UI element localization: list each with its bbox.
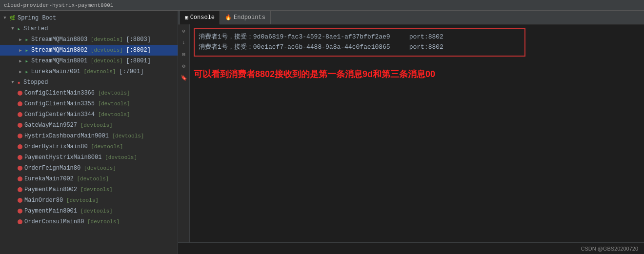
- item-label: GateWayMain9527: [24, 122, 77, 129]
- scroll-icon[interactable]: ↓: [180, 38, 188, 47]
- sidebar-item-eureka7002[interactable]: EurekaMain7002 [devtools]: [0, 174, 178, 184]
- sidebar-started-section[interactable]: Started: [0, 23, 178, 34]
- tab-console[interactable]: ▣ Console: [180, 11, 220, 24]
- item-devtools: [devtools]: [87, 37, 126, 42]
- stopped-dot-icon: [18, 155, 22, 160]
- item-devtools: [devtools]: [77, 122, 113, 128]
- stopped-dot-icon: [18, 176, 22, 181]
- item-devtools: [devtools]: [63, 197, 99, 203]
- item-label: HystrixDashboardMain9001: [24, 133, 109, 139]
- item-arrow: [18, 58, 23, 64]
- item-label: EurekaMain7002: [24, 176, 74, 182]
- item-devtools: [devtools]: [101, 155, 137, 160]
- item-play-icon: [24, 69, 29, 74]
- item-arrow: [18, 47, 23, 53]
- item-label: EurekaMain7001: [31, 68, 80, 75]
- console-line-2: 消费者1号，接受：00e1acf7-ac6b-4488-9a8a-44c0fae…: [199, 42, 521, 53]
- stopped-stop-icon: [17, 80, 21, 85]
- sidebar-item-hystrixdashboard9001[interactable]: HystrixDashboardMain9001 [devtools]: [0, 131, 178, 141]
- item-devtools: [devtools]: [95, 90, 130, 96]
- console-content: 消费者1号，接受：9d0a6819-fac3-4592-8ae1-af37bfb…: [190, 24, 644, 242]
- item-label: MainOrder80: [24, 197, 63, 204]
- stopped-dot-icon: [18, 134, 22, 138]
- stopped-dot-icon: [18, 101, 22, 106]
- sidebar-item-orderhystrix80[interactable]: OrderHystrixMain80 [devtools]: [0, 141, 178, 152]
- endpoints-tab-icon: 🔥: [225, 14, 232, 20]
- stopped-dot-icon: [18, 209, 22, 214]
- item-play-icon: [24, 37, 29, 42]
- annotation-text: 可以看到消费者8802接收到的是第一条消息9d和第三条消息00: [194, 68, 640, 80]
- item-label: ConfigCenterMain3344: [24, 111, 95, 118]
- item-label: ConfigClientMain3355: [24, 100, 95, 107]
- sidebar-item-stream8801[interactable]: StreamMQMain8801 [devtools] [:8801]: [0, 56, 178, 66]
- clear-icon[interactable]: ⊘: [180, 26, 188, 35]
- sidebar-item-payment8001[interactable]: PaymentMain8001 [devtools]: [0, 206, 178, 216]
- item-devtools: [devtools]: [95, 101, 130, 107]
- spring-boot-label: Spring Boot: [18, 15, 56, 21]
- item-devtools: [devtools]: [87, 47, 126, 53]
- stopped-dot-icon: [18, 166, 22, 171]
- item-label: PaymentMain8002: [24, 186, 77, 193]
- settings-icon[interactable]: ⚙: [180, 61, 188, 70]
- started-label: Started: [23, 25, 48, 32]
- title-bar: cloud-provider-hystrix-payment8001: [0, 0, 644, 11]
- item-port: [:8801]: [126, 58, 150, 64]
- item-devtools: [devtools]: [88, 144, 123, 150]
- arrow-icon: [2, 15, 8, 21]
- stopped-dot-icon: [18, 198, 22, 203]
- item-play-icon: [24, 59, 29, 63]
- right-panel: ▣ Console 🔥 Endpoints ⊘ ↓ ⊟ ⚙ 🔖: [178, 11, 644, 254]
- started-play-icon: [17, 26, 21, 31]
- sidebar-item-paymenthystrix8001[interactable]: PaymentHystrixMain8001 [devtools]: [0, 152, 178, 163]
- main-layout: Spring Boot Started StreamMQMain8803 [de…: [0, 11, 644, 254]
- stopped-dot-icon: [18, 219, 22, 224]
- item-label: StreamMQMain8803: [31, 36, 87, 43]
- item-label: PaymentMain8001: [24, 208, 77, 215]
- sidebar-spring-boot[interactable]: Spring Boot: [0, 13, 178, 23]
- stopped-dot-icon: [18, 91, 22, 96]
- footer-credit: CSDN @GBS20200720: [581, 246, 638, 252]
- stopped-label: Stopped: [23, 79, 48, 86]
- sidebar-stopped-section[interactable]: Stopped: [0, 77, 178, 88]
- item-port: [:8802]: [126, 47, 150, 54]
- stopped-dot-icon: [18, 123, 22, 128]
- title-text: cloud-provider-hystrix-payment8001: [4, 2, 113, 8]
- stopped-dot-icon: [18, 112, 22, 117]
- sidebar-item-configcenter3344[interactable]: ConfigCenterMain3344 [devtools]: [0, 109, 178, 120]
- item-label: OrderFeignMain80: [24, 165, 80, 172]
- endpoints-tab-label: Endpoints: [234, 14, 265, 21]
- console-tab-label: Console: [190, 14, 215, 21]
- sidebar-item-orderconsul80[interactable]: OrderConsulMain80 [devtools]: [0, 216, 178, 227]
- item-devtools: [devtools]: [80, 69, 119, 75]
- item-devtools: [devtools]: [84, 219, 120, 225]
- sidebar-item-config3366[interactable]: ConfigClientMain3366 [devtools]: [0, 88, 178, 98]
- footer: CSDN @GBS20200720: [178, 242, 644, 254]
- item-devtools: [devtools]: [77, 208, 113, 214]
- item-port: [:8803]: [126, 36, 150, 43]
- sidebar-item-eureka7001[interactable]: EurekaMain7001 [devtools] [:7001]: [0, 66, 178, 77]
- item-devtools: [devtools]: [95, 112, 130, 117]
- item-devtools: [devtools]: [77, 187, 113, 193]
- sidebar-item-stream8803[interactable]: StreamMQMain8803 [devtools] [:8803]: [0, 34, 178, 45]
- item-label: StreamMQMain8801: [31, 58, 87, 64]
- stopped-dot-icon: [18, 144, 22, 149]
- console-tab-icon: ▣: [185, 14, 188, 20]
- bookmark-icon[interactable]: 🔖: [180, 73, 188, 82]
- sidebar-item-payment8002[interactable]: PaymentMain8002 [devtools]: [0, 184, 178, 195]
- sidebar-item-stream8802[interactable]: StreamMQMain8802 [devtools] [:8802]: [0, 45, 178, 56]
- sidebar-item-gateway9527[interactable]: GateWayMain9527 [devtools]: [0, 120, 178, 131]
- stopped-arrow-icon: [10, 79, 16, 85]
- sidebar-item-config3355[interactable]: ConfigClientMain3355 [devtools]: [0, 98, 178, 109]
- item-play-icon: [24, 48, 29, 53]
- item-devtools: [devtools]: [74, 176, 109, 182]
- tab-endpoints[interactable]: 🔥 Endpoints: [220, 11, 271, 24]
- filter-icon[interactable]: ⊟: [180, 50, 188, 59]
- console-line-1: 消费者1号，接受：9d0a6819-fac3-4592-8ae1-af37bfb…: [199, 32, 521, 42]
- item-label: OrderConsulMain80: [24, 218, 84, 225]
- sidebar-item-orderfeign80[interactable]: OrderFeignMain80 [devtools]: [0, 163, 178, 174]
- spring-icon: [9, 15, 16, 21]
- console-tabs-bar: ▣ Console 🔥 Endpoints: [178, 11, 644, 24]
- stopped-dot-icon: [18, 187, 22, 192]
- sidebar-item-mainorder80[interactable]: MainOrder80 [devtools]: [0, 195, 178, 206]
- sidebar: Spring Boot Started StreamMQMain8803 [de…: [0, 11, 178, 254]
